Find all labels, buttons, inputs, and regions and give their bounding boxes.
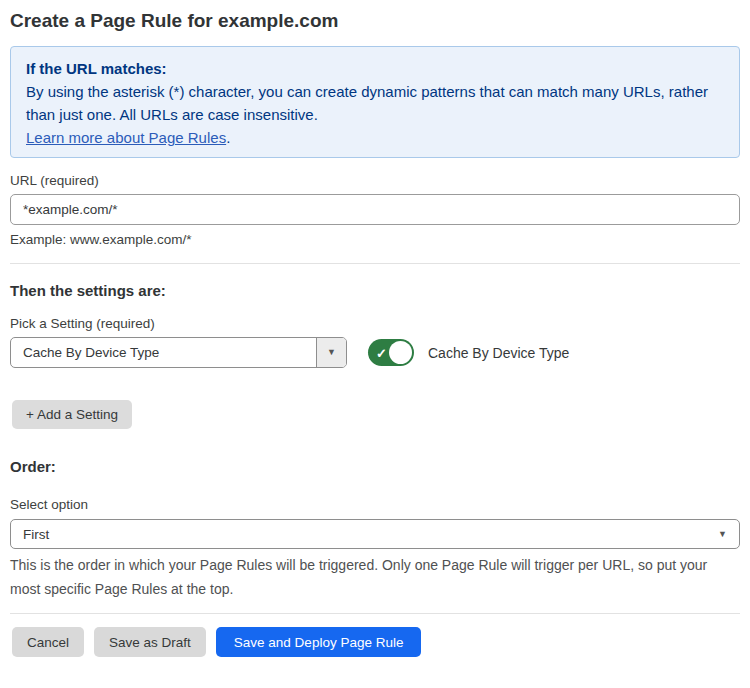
link-suffix: . xyxy=(226,129,230,146)
settings-section-heading: Then the settings are: xyxy=(10,281,740,301)
toggle-knob xyxy=(389,341,412,364)
page-title: Create a Page Rule for example.com xyxy=(10,8,740,34)
chevron-down-icon: ▼ xyxy=(327,348,336,357)
divider xyxy=(10,613,740,614)
chevron-down-icon: ▼ xyxy=(718,530,727,539)
order-helper-text: This is the order in which your Page Rul… xyxy=(10,553,740,601)
setting-select-arrow-button[interactable]: ▼ xyxy=(316,338,346,367)
learn-more-link[interactable]: Learn more about Page Rules xyxy=(26,129,226,146)
info-box-body: By using the asterisk (*) character, you… xyxy=(26,80,724,126)
page-rule-form: Create a Page Rule for example.com If th… xyxy=(0,0,750,657)
order-select-value: First xyxy=(23,527,49,542)
save-and-deploy-button[interactable]: Save and Deploy Page Rule xyxy=(216,627,422,657)
setting-select[interactable]: Cache By Device Type ▼ xyxy=(10,337,347,368)
divider xyxy=(10,263,740,264)
pick-setting-label: Pick a Setting (required) xyxy=(10,316,740,331)
setting-select-value: Cache By Device Type xyxy=(11,338,316,367)
footer-actions: Cancel Save as Draft Save and Deploy Pag… xyxy=(10,627,740,657)
order-select[interactable]: First ▼ xyxy=(10,519,740,549)
url-example-helper: Example: www.example.com/* xyxy=(10,232,740,247)
add-setting-button[interactable]: + Add a Setting xyxy=(12,400,132,429)
order-select-label: Select option xyxy=(10,497,740,512)
url-input[interactable] xyxy=(10,194,740,225)
cache-by-device-type-toggle[interactable]: ✓ xyxy=(368,339,414,366)
url-field-label: URL (required) xyxy=(10,173,740,188)
check-icon: ✓ xyxy=(376,346,387,359)
info-box-link-line: Learn more about Page Rules. xyxy=(26,126,724,149)
setting-row: Cache By Device Type ▼ ✓ Cache By Device… xyxy=(10,337,740,368)
order-section-heading: Order: xyxy=(10,457,740,477)
toggle-label: Cache By Device Type xyxy=(428,345,569,361)
info-box-heading: If the URL matches: xyxy=(26,57,724,80)
url-match-info-box: If the URL matches: By using the asteris… xyxy=(10,46,740,158)
cancel-button[interactable]: Cancel xyxy=(12,627,84,657)
save-as-draft-button[interactable]: Save as Draft xyxy=(94,627,206,657)
